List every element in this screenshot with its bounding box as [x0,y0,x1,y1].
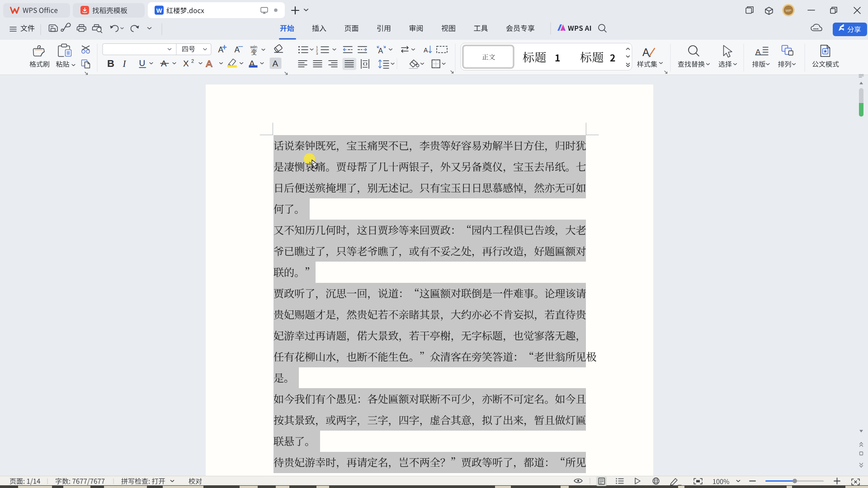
svg-text:A: A [206,58,212,69]
svg-text:U: U [139,58,146,68]
svg-text:A: A [218,45,224,54]
svg-text:2: 2 [191,58,194,64]
svg-text:A: A [378,47,383,55]
svg-text:3: 3 [316,52,318,56]
svg-text:A: A [273,59,278,68]
svg-text:A: A [424,47,428,54]
svg-text:W: W [156,7,162,14]
svg-text:I: I [123,58,127,69]
svg-text:变: 变 [251,49,257,56]
svg-text:X: X [183,59,189,68]
svg-text:B: B [107,58,114,69]
svg-text:WP: WP [786,9,792,13]
svg-text:A: A [642,47,650,58]
